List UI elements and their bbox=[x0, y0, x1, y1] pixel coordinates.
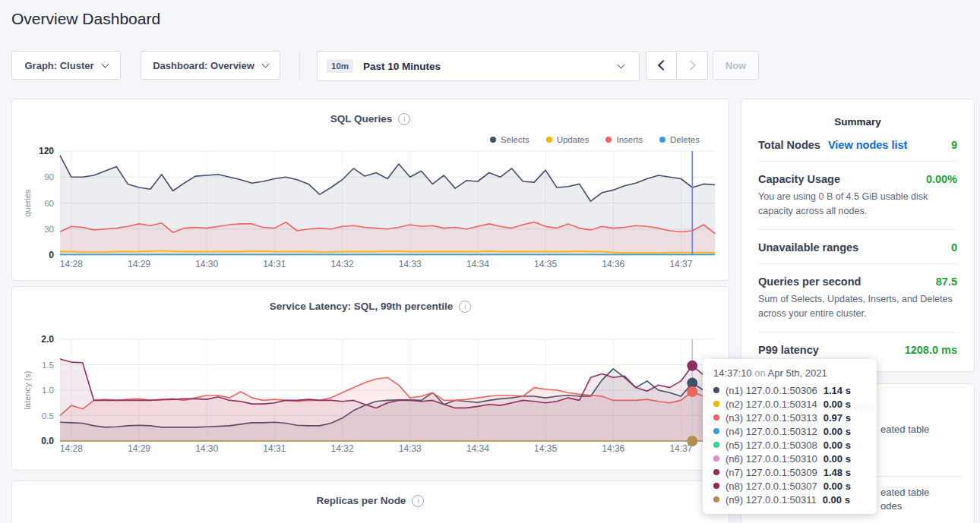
view-nodes-list-link[interactable]: View nodes list bbox=[828, 139, 908, 151]
node-color-dot-icon bbox=[713, 414, 719, 421]
svg-text:14:33: 14:33 bbox=[399, 443, 422, 454]
svg-text:14:34: 14:34 bbox=[466, 259, 489, 269]
svg-text:14:35: 14:35 bbox=[534, 259, 557, 269]
replicas-title: Replicas per Node bbox=[317, 495, 406, 506]
tooltip-node-value: 1.14 s bbox=[824, 385, 851, 396]
total-nodes-label: Total Nodes bbox=[758, 139, 820, 151]
svg-text:1.5: 1.5 bbox=[42, 361, 54, 370]
svg-text:queries: queries bbox=[23, 189, 32, 217]
svg-text:90: 90 bbox=[44, 172, 54, 181]
svg-text:14:28: 14:28 bbox=[60, 443, 83, 454]
svg-text:14:37: 14:37 bbox=[669, 259, 692, 269]
tooltip-node-address: (n3) 127.0.0.1:50313 bbox=[726, 412, 817, 424]
tooltip-node-address: (n4) 127.0.0.1:50312 bbox=[726, 426, 817, 437]
tooltip-node-address: (n2) 127.0.0.1:50314 bbox=[726, 399, 817, 410]
chevron-left-icon bbox=[657, 60, 668, 71]
tooltip-node-row: (n8) 127.0.0.1:503070.00 s bbox=[713, 479, 866, 493]
svg-text:14:32: 14:32 bbox=[331, 443, 354, 454]
svg-text:30: 30 bbox=[44, 225, 54, 234]
svg-text:14:30: 14:30 bbox=[195, 259, 218, 269]
unavailable-ranges-label: Unavailable ranges bbox=[758, 241, 858, 254]
svg-text:14:28: 14:28 bbox=[60, 259, 83, 269]
svg-text:0.0: 0.0 bbox=[41, 436, 54, 446]
graph-scope-dropdown[interactable]: Graph: Cluster bbox=[11, 51, 121, 80]
unavailable-ranges-value: 0 bbox=[951, 241, 957, 254]
sql-queries-chart[interactable]: 14:2814:2914:3014:3114:3214:3314:3414:35… bbox=[12, 134, 730, 274]
tooltip-node-value: 0.00 s bbox=[824, 453, 851, 465]
time-pager bbox=[646, 51, 708, 80]
service-latency-card: Service Latency: SQL, 99th percentile 14… bbox=[11, 286, 729, 471]
qps-label: Queries per second bbox=[758, 276, 861, 288]
tooltip-node-row: (n6) 127.0.0.1:503100.00 s bbox=[713, 452, 866, 465]
event-item[interactable]: eated table bbox=[880, 487, 929, 498]
tooltip-node-row: (n4) 127.0.0.1:503120.00 s bbox=[713, 424, 866, 438]
svg-text:14:30: 14:30 bbox=[195, 443, 218, 454]
chevron-down-icon bbox=[618, 61, 625, 68]
time-range-picker[interactable]: 10m Past 10 Minutes bbox=[317, 51, 640, 81]
capacity-usage-value: 0.00% bbox=[926, 173, 957, 185]
sql-queries-title-row: SQL Queries bbox=[12, 112, 729, 125]
event-item[interactable]: odes bbox=[880, 500, 902, 512]
node-color-dot-icon bbox=[713, 442, 719, 448]
tooltip-node-row: (n7) 127.0.0.1:503091.48 s bbox=[713, 465, 866, 479]
time-prev-button[interactable] bbox=[646, 51, 677, 80]
service-latency-title-row: Service Latency: SQL, 99th percentile bbox=[12, 299, 729, 313]
node-color-dot-icon bbox=[713, 483, 719, 489]
tooltip-node-value: 0.00 s bbox=[824, 440, 851, 451]
tooltip-node-value: 0.00 s bbox=[824, 426, 851, 437]
svg-text:120: 120 bbox=[39, 146, 54, 156]
qps-value: 87.5 bbox=[936, 276, 957, 288]
info-icon[interactable] bbox=[412, 495, 424, 507]
summary-panel: Summary Total Nodes View nodes list 9 Ca… bbox=[741, 99, 975, 372]
info-icon[interactable] bbox=[459, 301, 471, 313]
service-latency-chart[interactable]: 14:2814:2914:3014:3114:3214:3314:3414:35… bbox=[12, 329, 730, 458]
svg-text:2.0: 2.0 bbox=[41, 334, 54, 345]
tooltip-node-value: 1.48 s bbox=[824, 467, 851, 478]
page-title: Overview Dashboard bbox=[11, 10, 160, 28]
chevron-down-icon bbox=[261, 60, 269, 68]
graph-scope-label: Graph: Cluster bbox=[24, 60, 93, 71]
svg-text:latency (s): latency (s) bbox=[23, 371, 32, 410]
tooltip-node-row: (n1) 127.0.0.1:503061.14 s bbox=[713, 383, 866, 397]
time-range-badge: 10m bbox=[327, 59, 353, 73]
overview-dashboard-page: Overview Dashboard Graph: Cluster Dashbo… bbox=[0, 0, 980, 523]
tooltip-node-row: (n2) 127.0.0.1:503140.00 s bbox=[713, 397, 866, 411]
svg-text:14:31: 14:31 bbox=[263, 443, 286, 454]
node-color-dot-icon bbox=[713, 428, 719, 434]
replicas-title-row: Replicas per Node bbox=[12, 493, 729, 507]
node-color-dot-icon bbox=[713, 469, 719, 475]
tooltip-rows: (n1) 127.0.0.1:503061.14 s(n2) 127.0.0.1… bbox=[713, 383, 866, 506]
svg-text:14:29: 14:29 bbox=[128, 443, 150, 454]
node-color-dot-icon bbox=[713, 401, 719, 407]
capacity-usage-label: Capacity Usage bbox=[758, 173, 840, 185]
sql-queries-title: SQL Queries bbox=[330, 113, 393, 124]
summary-row-capacity-usage: Capacity Usage 0.00% You are using 0 B o… bbox=[758, 162, 957, 230]
time-next-button[interactable] bbox=[677, 51, 708, 80]
qps-desc: Sum of Selects, Updates, Inserts, and De… bbox=[758, 292, 957, 322]
p99-latency-label: P99 latency bbox=[758, 344, 819, 356]
svg-text:14:34: 14:34 bbox=[466, 443, 489, 454]
tooltip-node-value: 0.97 s bbox=[824, 412, 851, 424]
replicas-per-node-card: Replicas per Node bbox=[11, 480, 729, 523]
now-button[interactable]: Now bbox=[713, 51, 759, 80]
tooltip-timestamp: 14:37:10 on Apr 5th, 2021 bbox=[713, 367, 866, 379]
info-icon[interactable] bbox=[398, 113, 410, 125]
tooltip-node-row: (n9) 127.0.0.1:503110.00 s bbox=[713, 493, 866, 506]
tooltip-node-value: 0.00 s bbox=[824, 399, 851, 410]
svg-text:14:33: 14:33 bbox=[399, 259, 422, 269]
tooltip-node-value: 0.00 s bbox=[824, 480, 851, 492]
tooltip-node-address: (n7) 127.0.0.1:50309 bbox=[726, 467, 817, 478]
summary-row-unavailable-ranges: Unavailable ranges 0 bbox=[758, 230, 957, 264]
summary-row-total-nodes: Total Nodes View nodes list 9 bbox=[758, 128, 957, 162]
service-latency-title: Service Latency: SQL, 99th percentile bbox=[270, 301, 454, 312]
event-item[interactable]: eated table bbox=[880, 424, 929, 435]
controls-divider bbox=[299, 51, 300, 80]
svg-text:14:31: 14:31 bbox=[263, 259, 286, 269]
svg-text:14:35: 14:35 bbox=[534, 443, 557, 454]
svg-text:60: 60 bbox=[44, 199, 54, 208]
dashboard-dropdown[interactable]: Dashboard: Overview bbox=[141, 51, 280, 80]
svg-text:14:36: 14:36 bbox=[602, 259, 624, 269]
time-range-label: Past 10 Minutes bbox=[363, 61, 441, 72]
svg-text:1.0: 1.0 bbox=[42, 386, 54, 395]
capacity-usage-desc: You are using 0 B of 4.5 GiB usable disk… bbox=[758, 190, 957, 219]
